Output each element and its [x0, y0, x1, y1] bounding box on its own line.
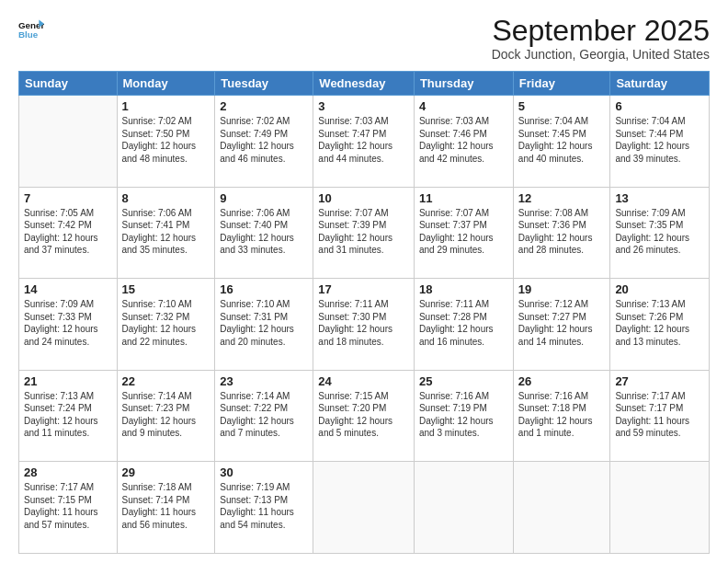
cell-info: Sunrise: 7:10 AMSunset: 7:32 PMDaylight:…	[122, 298, 210, 348]
table-row: 1Sunrise: 7:02 AMSunset: 7:50 PMDaylight…	[117, 96, 215, 188]
col-tuesday: Tuesday	[215, 72, 313, 96]
day-number: 20	[615, 282, 704, 296]
subtitle: Dock Junction, Georgia, United States	[492, 47, 710, 62]
calendar-week-row: 21Sunrise: 7:13 AMSunset: 7:24 PMDayligh…	[19, 370, 710, 462]
table-row: 16Sunrise: 7:10 AMSunset: 7:31 PMDayligh…	[215, 279, 313, 371]
cell-info: Sunrise: 7:17 AMSunset: 7:15 PMDaylight:…	[24, 481, 112, 531]
day-number: 24	[318, 374, 409, 388]
calendar-week-row: 14Sunrise: 7:09 AMSunset: 7:33 PMDayligh…	[19, 279, 710, 371]
calendar-week-row: 28Sunrise: 7:17 AMSunset: 7:15 PMDayligh…	[19, 462, 710, 554]
day-number: 28	[24, 465, 112, 479]
cell-info: Sunrise: 7:09 AMSunset: 7:35 PMDaylight:…	[615, 207, 704, 257]
cell-info: Sunrise: 7:12 AMSunset: 7:27 PMDaylight:…	[518, 298, 606, 348]
calendar-week-row: 7Sunrise: 7:05 AMSunset: 7:42 PMDaylight…	[19, 187, 710, 279]
day-number: 15	[122, 282, 210, 296]
table-row: 13Sunrise: 7:09 AMSunset: 7:35 PMDayligh…	[610, 187, 710, 279]
day-number: 8	[122, 191, 210, 205]
cell-info: Sunrise: 7:05 AMSunset: 7:42 PMDaylight:…	[24, 207, 112, 257]
calendar-week-row: 1Sunrise: 7:02 AMSunset: 7:50 PMDaylight…	[19, 96, 710, 188]
page: General Blue September 2025 Dock Junctio…	[0, 0, 728, 563]
table-row: 2Sunrise: 7:02 AMSunset: 7:49 PMDaylight…	[215, 96, 313, 188]
table-row: 6Sunrise: 7:04 AMSunset: 7:44 PMDaylight…	[610, 96, 710, 188]
cell-info: Sunrise: 7:07 AMSunset: 7:37 PMDaylight:…	[419, 207, 508, 257]
table-row: 19Sunrise: 7:12 AMSunset: 7:27 PMDayligh…	[513, 279, 610, 371]
col-wednesday: Wednesday	[313, 72, 415, 96]
cell-info: Sunrise: 7:06 AMSunset: 7:40 PMDaylight:…	[220, 207, 308, 257]
col-saturday: Saturday	[610, 72, 710, 96]
cell-info: Sunrise: 7:13 AMSunset: 7:24 PMDaylight:…	[24, 390, 112, 440]
header: General Blue September 2025 Dock Junctio…	[18, 15, 710, 62]
table-row: 10Sunrise: 7:07 AMSunset: 7:39 PMDayligh…	[313, 187, 415, 279]
table-row: 17Sunrise: 7:11 AMSunset: 7:30 PMDayligh…	[313, 279, 415, 371]
day-number: 19	[518, 282, 606, 296]
table-row: 9Sunrise: 7:06 AMSunset: 7:40 PMDaylight…	[215, 187, 313, 279]
table-row	[19, 96, 118, 188]
day-number: 29	[122, 465, 210, 479]
day-number: 11	[419, 191, 508, 205]
cell-info: Sunrise: 7:19 AMSunset: 7:13 PMDaylight:…	[220, 481, 308, 531]
table-row: 18Sunrise: 7:11 AMSunset: 7:28 PMDayligh…	[414, 279, 513, 371]
cell-info: Sunrise: 7:02 AMSunset: 7:49 PMDaylight:…	[220, 115, 308, 165]
cell-info: Sunrise: 7:03 AMSunset: 7:46 PMDaylight:…	[419, 115, 508, 165]
table-row: 24Sunrise: 7:15 AMSunset: 7:20 PMDayligh…	[313, 370, 415, 462]
day-number: 7	[24, 191, 112, 205]
table-row: 25Sunrise: 7:16 AMSunset: 7:19 PMDayligh…	[414, 370, 513, 462]
day-number: 2	[220, 99, 308, 113]
table-row: 3Sunrise: 7:03 AMSunset: 7:47 PMDaylight…	[313, 96, 415, 188]
cell-info: Sunrise: 7:10 AMSunset: 7:31 PMDaylight:…	[220, 298, 308, 348]
table-row	[313, 462, 415, 554]
day-number: 22	[122, 374, 210, 388]
day-number: 25	[419, 374, 508, 388]
main-title: September 2025	[492, 15, 710, 47]
svg-text:Blue: Blue	[18, 29, 39, 40]
cell-info: Sunrise: 7:06 AMSunset: 7:41 PMDaylight:…	[122, 207, 210, 257]
cell-info: Sunrise: 7:11 AMSunset: 7:30 PMDaylight:…	[318, 298, 409, 348]
cell-info: Sunrise: 7:02 AMSunset: 7:50 PMDaylight:…	[122, 115, 210, 165]
day-number: 4	[419, 99, 508, 113]
cell-info: Sunrise: 7:04 AMSunset: 7:44 PMDaylight:…	[615, 115, 704, 165]
cell-info: Sunrise: 7:13 AMSunset: 7:26 PMDaylight:…	[615, 298, 704, 348]
table-row: 26Sunrise: 7:16 AMSunset: 7:18 PMDayligh…	[513, 370, 610, 462]
day-number: 23	[220, 374, 308, 388]
calendar-header-row: Sunday Monday Tuesday Wednesday Thursday…	[19, 72, 710, 96]
cell-info: Sunrise: 7:11 AMSunset: 7:28 PMDaylight:…	[419, 298, 508, 348]
cell-info: Sunrise: 7:14 AMSunset: 7:22 PMDaylight:…	[220, 390, 308, 440]
day-number: 13	[615, 191, 704, 205]
col-friday: Friday	[513, 72, 610, 96]
table-row: 20Sunrise: 7:13 AMSunset: 7:26 PMDayligh…	[610, 279, 710, 371]
table-row: 28Sunrise: 7:17 AMSunset: 7:15 PMDayligh…	[19, 462, 118, 554]
table-row: 30Sunrise: 7:19 AMSunset: 7:13 PMDayligh…	[215, 462, 313, 554]
cell-info: Sunrise: 7:16 AMSunset: 7:19 PMDaylight:…	[419, 390, 508, 440]
cell-info: Sunrise: 7:09 AMSunset: 7:33 PMDaylight:…	[24, 298, 112, 348]
day-number: 9	[220, 191, 308, 205]
table-row: 11Sunrise: 7:07 AMSunset: 7:37 PMDayligh…	[414, 187, 513, 279]
cell-info: Sunrise: 7:08 AMSunset: 7:36 PMDaylight:…	[518, 207, 606, 257]
table-row: 15Sunrise: 7:10 AMSunset: 7:32 PMDayligh…	[117, 279, 215, 371]
day-number: 1	[122, 99, 210, 113]
col-thursday: Thursday	[414, 72, 513, 96]
table-row: 14Sunrise: 7:09 AMSunset: 7:33 PMDayligh…	[19, 279, 118, 371]
table-row: 5Sunrise: 7:04 AMSunset: 7:45 PMDaylight…	[513, 96, 610, 188]
table-row	[513, 462, 610, 554]
calendar: Sunday Monday Tuesday Wednesday Thursday…	[18, 71, 710, 554]
table-row	[414, 462, 513, 554]
day-number: 3	[318, 99, 409, 113]
table-row: 27Sunrise: 7:17 AMSunset: 7:17 PMDayligh…	[610, 370, 710, 462]
cell-info: Sunrise: 7:16 AMSunset: 7:18 PMDaylight:…	[518, 390, 606, 440]
logo: General Blue	[18, 15, 44, 40]
table-row: 8Sunrise: 7:06 AMSunset: 7:41 PMDaylight…	[117, 187, 215, 279]
day-number: 21	[24, 374, 112, 388]
day-number: 30	[220, 465, 308, 479]
day-number: 18	[419, 282, 508, 296]
table-row: 22Sunrise: 7:14 AMSunset: 7:23 PMDayligh…	[117, 370, 215, 462]
table-row: 29Sunrise: 7:18 AMSunset: 7:14 PMDayligh…	[117, 462, 215, 554]
table-row: 4Sunrise: 7:03 AMSunset: 7:46 PMDaylight…	[414, 96, 513, 188]
logo-icon: General Blue	[18, 15, 44, 40]
table-row: 21Sunrise: 7:13 AMSunset: 7:24 PMDayligh…	[19, 370, 118, 462]
cell-info: Sunrise: 7:17 AMSunset: 7:17 PMDaylight:…	[615, 390, 704, 440]
day-number: 26	[518, 374, 606, 388]
day-number: 6	[615, 99, 704, 113]
day-number: 27	[615, 374, 704, 388]
day-number: 5	[518, 99, 606, 113]
day-number: 17	[318, 282, 409, 296]
